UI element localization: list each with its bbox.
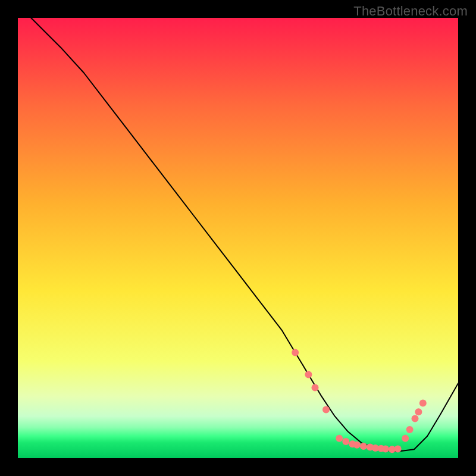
highlight-marker [415, 408, 422, 415]
highlight-marker [353, 441, 361, 449]
highlight-marker [402, 435, 409, 442]
highlight-marker [382, 446, 389, 453]
highlight-marker [322, 406, 330, 414]
highlight-marker [394, 446, 402, 453]
highlight-marker [419, 400, 427, 407]
bottleneck-chart [0, 0, 476, 476]
highlight-marker [292, 349, 299, 356]
highlight-marker [412, 415, 419, 422]
plot-background [18, 18, 458, 458]
highlight-marker [342, 438, 349, 445]
chart-frame: TheBottleneck.com [0, 0, 476, 476]
highlight-marker [336, 435, 343, 442]
highlight-marker [312, 384, 319, 392]
watermark-text: TheBottleneck.com [353, 4, 468, 19]
highlight-marker [406, 426, 414, 433]
highlight-marker [360, 443, 367, 450]
highlight-marker [305, 371, 312, 378]
